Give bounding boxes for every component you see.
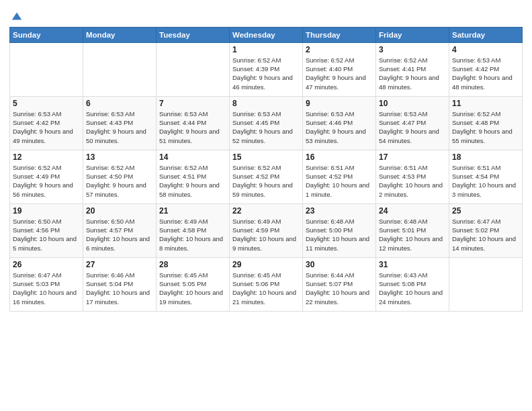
- day-cell: 11Sunrise: 6:52 AM Sunset: 4:48 PM Dayli…: [449, 96, 523, 150]
- day-number: 3: [379, 45, 446, 54]
- day-info: Sunrise: 6:53 AM Sunset: 4:46 PM Dayligh…: [306, 109, 373, 145]
- day-info: Sunrise: 6:52 AM Sunset: 4:48 PM Dayligh…: [452, 109, 519, 145]
- day-number: 6: [86, 99, 153, 108]
- day-cell: [449, 257, 523, 311]
- weekday-header-row: SundayMondayTuesdayWednesdayThursdayFrid…: [10, 27, 523, 42]
- day-info: Sunrise: 6:48 AM Sunset: 5:00 PM Dayligh…: [306, 217, 373, 253]
- day-info: Sunrise: 6:50 AM Sunset: 4:57 PM Dayligh…: [86, 217, 153, 253]
- day-info: Sunrise: 6:44 AM Sunset: 5:07 PM Dayligh…: [306, 271, 373, 306]
- weekday-header-wednesday: Wednesday: [230, 27, 303, 42]
- day-number: 2: [306, 45, 373, 54]
- day-cell: 19Sunrise: 6:50 AM Sunset: 4:56 PM Dayli…: [10, 203, 83, 257]
- day-info: Sunrise: 6:53 AM Sunset: 4:45 PM Dayligh…: [232, 109, 300, 145]
- day-number: 9: [306, 99, 373, 108]
- day-cell: 27Sunrise: 6:46 AM Sunset: 5:04 PM Dayli…: [83, 257, 157, 311]
- week-row-3: 12Sunrise: 6:52 AM Sunset: 4:49 PM Dayli…: [10, 150, 523, 203]
- day-cell: 3Sunrise: 6:52 AM Sunset: 4:41 PM Daylig…: [376, 42, 449, 96]
- day-number: 27: [86, 260, 153, 269]
- day-number: 16: [306, 152, 373, 162]
- day-cell: 8Sunrise: 6:53 AM Sunset: 4:45 PM Daylig…: [230, 96, 303, 150]
- day-info: Sunrise: 6:52 AM Sunset: 4:52 PM Dayligh…: [232, 163, 300, 199]
- day-number: 26: [13, 260, 80, 269]
- day-cell: 14Sunrise: 6:52 AM Sunset: 4:51 PM Dayli…: [157, 150, 230, 203]
- day-number: 17: [379, 152, 446, 162]
- weekday-header-tuesday: Tuesday: [157, 27, 230, 42]
- day-cell: 21Sunrise: 6:49 AM Sunset: 4:58 PM Dayli…: [157, 203, 230, 257]
- day-cell: 23Sunrise: 6:48 AM Sunset: 5:00 PM Dayli…: [303, 203, 376, 257]
- logo: [9, 9, 23, 23]
- weekday-header-friday: Friday: [376, 27, 449, 42]
- day-cell: 10Sunrise: 6:53 AM Sunset: 4:47 PM Dayli…: [376, 96, 449, 150]
- svg-marker-0: [12, 12, 21, 19]
- day-cell: 31Sunrise: 6:43 AM Sunset: 5:08 PM Dayli…: [376, 257, 449, 311]
- day-number: 11: [452, 99, 519, 108]
- day-info: Sunrise: 6:51 AM Sunset: 4:53 PM Dayligh…: [379, 163, 446, 199]
- day-info: Sunrise: 6:45 AM Sunset: 5:05 PM Dayligh…: [159, 271, 226, 306]
- weekday-header-monday: Monday: [83, 27, 157, 42]
- day-info: Sunrise: 6:53 AM Sunset: 4:44 PM Dayligh…: [159, 109, 226, 145]
- day-info: Sunrise: 6:47 AM Sunset: 5:03 PM Dayligh…: [13, 271, 80, 306]
- day-cell: 17Sunrise: 6:51 AM Sunset: 4:53 PM Dayli…: [376, 150, 449, 203]
- day-cell: 5Sunrise: 6:53 AM Sunset: 4:42 PM Daylig…: [10, 96, 83, 150]
- week-row-1: 1Sunrise: 6:52 AM Sunset: 4:39 PM Daylig…: [10, 42, 523, 96]
- weekday-header-sunday: Sunday: [10, 27, 83, 42]
- day-number: 12: [13, 152, 80, 162]
- day-cell: [10, 42, 83, 96]
- week-row-2: 5Sunrise: 6:53 AM Sunset: 4:42 PM Daylig…: [10, 96, 523, 150]
- day-info: Sunrise: 6:46 AM Sunset: 5:04 PM Dayligh…: [86, 271, 153, 306]
- day-cell: 28Sunrise: 6:45 AM Sunset: 5:05 PM Dayli…: [157, 257, 230, 311]
- day-number: 31: [379, 260, 446, 269]
- day-number: 25: [452, 206, 519, 216]
- day-info: Sunrise: 6:51 AM Sunset: 4:54 PM Dayligh…: [452, 163, 519, 199]
- day-number: 20: [86, 206, 153, 216]
- day-info: Sunrise: 6:49 AM Sunset: 4:59 PM Dayligh…: [232, 217, 300, 253]
- day-info: Sunrise: 6:52 AM Sunset: 4:51 PM Dayligh…: [159, 163, 226, 199]
- weekday-header-saturday: Saturday: [449, 27, 523, 42]
- day-number: 14: [159, 152, 226, 162]
- day-number: 8: [232, 99, 300, 108]
- day-info: Sunrise: 6:49 AM Sunset: 4:58 PM Dayligh…: [159, 217, 226, 253]
- day-number: 1: [232, 45, 300, 54]
- day-cell: 16Sunrise: 6:51 AM Sunset: 4:52 PM Dayli…: [303, 150, 376, 203]
- day-info: Sunrise: 6:53 AM Sunset: 4:43 PM Dayligh…: [86, 109, 153, 145]
- day-info: Sunrise: 6:48 AM Sunset: 5:01 PM Dayligh…: [379, 217, 446, 253]
- day-number: 18: [452, 152, 519, 162]
- day-info: Sunrise: 6:53 AM Sunset: 4:47 PM Dayligh…: [379, 109, 446, 145]
- day-number: 23: [306, 206, 373, 216]
- day-cell: 1Sunrise: 6:52 AM Sunset: 4:39 PM Daylig…: [230, 42, 303, 96]
- day-cell: 20Sunrise: 6:50 AM Sunset: 4:57 PM Dayli…: [83, 203, 157, 257]
- calendar-table: SundayMondayTuesdayWednesdayThursdayFrid…: [9, 27, 523, 312]
- day-number: 15: [232, 152, 300, 162]
- day-number: 7: [159, 99, 226, 108]
- day-info: Sunrise: 6:53 AM Sunset: 4:42 PM Dayligh…: [452, 56, 519, 91]
- header: [9, 7, 523, 23]
- day-info: Sunrise: 6:52 AM Sunset: 4:50 PM Dayligh…: [86, 163, 153, 199]
- weekday-header-thursday: Thursday: [303, 27, 376, 42]
- day-info: Sunrise: 6:43 AM Sunset: 5:08 PM Dayligh…: [379, 271, 446, 306]
- day-cell: 13Sunrise: 6:52 AM Sunset: 4:50 PM Dayli…: [83, 150, 157, 203]
- day-number: 5: [13, 99, 80, 108]
- day-info: Sunrise: 6:47 AM Sunset: 5:02 PM Dayligh…: [452, 217, 519, 253]
- day-cell: 30Sunrise: 6:44 AM Sunset: 5:07 PM Dayli…: [303, 257, 376, 311]
- day-number: 10: [379, 99, 446, 108]
- day-cell: 26Sunrise: 6:47 AM Sunset: 5:03 PM Dayli…: [10, 257, 83, 311]
- week-row-5: 26Sunrise: 6:47 AM Sunset: 5:03 PM Dayli…: [10, 257, 523, 311]
- day-info: Sunrise: 6:53 AM Sunset: 4:42 PM Dayligh…: [13, 109, 80, 145]
- day-cell: 6Sunrise: 6:53 AM Sunset: 4:43 PM Daylig…: [83, 96, 157, 150]
- day-number: 24: [379, 206, 446, 216]
- day-number: 13: [86, 152, 153, 162]
- day-cell: 7Sunrise: 6:53 AM Sunset: 4:44 PM Daylig…: [157, 96, 230, 150]
- day-cell: 9Sunrise: 6:53 AM Sunset: 4:46 PM Daylig…: [303, 96, 376, 150]
- day-info: Sunrise: 6:52 AM Sunset: 4:39 PM Dayligh…: [232, 56, 300, 91]
- day-cell: [157, 42, 230, 96]
- day-info: Sunrise: 6:45 AM Sunset: 5:06 PM Dayligh…: [232, 271, 300, 306]
- day-info: Sunrise: 6:52 AM Sunset: 4:49 PM Dayligh…: [13, 163, 80, 199]
- day-number: 22: [232, 206, 300, 216]
- day-cell: 15Sunrise: 6:52 AM Sunset: 4:52 PM Dayli…: [230, 150, 303, 203]
- week-row-4: 19Sunrise: 6:50 AM Sunset: 4:56 PM Dayli…: [10, 203, 523, 257]
- day-cell: 12Sunrise: 6:52 AM Sunset: 4:49 PM Dayli…: [10, 150, 83, 203]
- day-number: 29: [232, 260, 300, 269]
- day-number: 30: [306, 260, 373, 269]
- day-cell: 18Sunrise: 6:51 AM Sunset: 4:54 PM Dayli…: [449, 150, 523, 203]
- day-info: Sunrise: 6:52 AM Sunset: 4:41 PM Dayligh…: [379, 56, 446, 91]
